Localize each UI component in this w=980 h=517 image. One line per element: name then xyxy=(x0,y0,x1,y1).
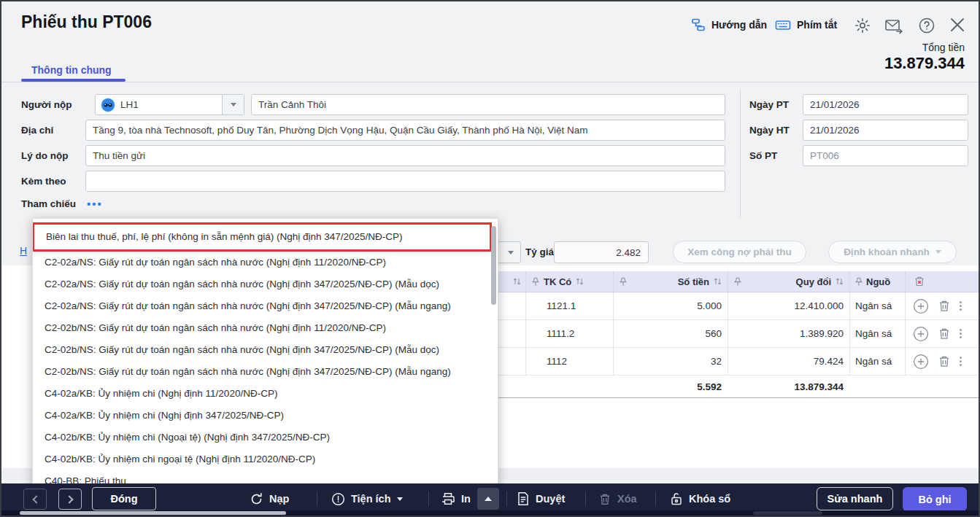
print-menu-item[interactable]: C2-02b/NS: Giấy rút dự toán ngân sách nh… xyxy=(33,317,498,339)
send-mail-button[interactable] xyxy=(884,16,903,35)
help-button[interactable] xyxy=(917,16,936,35)
delete-row-button[interactable] xyxy=(938,327,951,341)
lock-period-button[interactable]: Khóa sổ xyxy=(670,483,730,514)
exchange-rate-input[interactable] xyxy=(554,241,649,263)
receipt-date-label: Ngày PT xyxy=(749,94,789,115)
delete-column-icon[interactable] xyxy=(913,275,926,288)
cell-so-tien[interactable]: 5.000 xyxy=(613,292,728,319)
document-icon xyxy=(517,491,530,506)
trash-icon xyxy=(938,354,951,368)
pin-icon[interactable] xyxy=(855,277,863,287)
print-menu-item[interactable]: Biên lai thu thuế, phí, lệ phí (không in… xyxy=(32,222,492,252)
print-menu-item[interactable]: C4-02b/KB: Ủy nhiệm chi (Ngoại tệ) (Nghị… xyxy=(33,427,498,448)
chevron-down-icon[interactable] xyxy=(222,95,244,114)
partially-hidden-link[interactable]: H xyxy=(20,245,27,257)
sort-icon[interactable] xyxy=(714,277,722,286)
receipt-date-input[interactable] xyxy=(803,94,968,115)
pin-icon[interactable] xyxy=(532,277,539,287)
print-menu-item[interactable]: C2-02a/NS: Giấy rút dự toán ngân sách nh… xyxy=(33,252,498,273)
address-input[interactable] xyxy=(85,120,725,141)
doc-number-input[interactable] xyxy=(803,145,968,166)
cell-quy-doi[interactable]: 79.424 xyxy=(728,348,849,375)
col-header-nguon[interactable]: Nguồ xyxy=(866,276,890,287)
sort-icon[interactable] xyxy=(513,277,521,286)
horizontal-scrollbar xyxy=(1,510,979,516)
total-so-tien: 5.592 xyxy=(613,376,728,397)
next-record-button[interactable] xyxy=(58,489,82,510)
tab-general-info[interactable]: Thông tin chung xyxy=(31,64,112,76)
view-receivable-button[interactable]: Xem công nợ phải thu xyxy=(673,241,806,263)
shortcut-button[interactable]: Phím tắt xyxy=(775,18,837,32)
settings-button[interactable] xyxy=(853,16,872,35)
print-menu-toggle[interactable] xyxy=(477,488,499,510)
delete-row-button[interactable] xyxy=(938,354,951,368)
tab-divider xyxy=(1,82,979,82)
print-menu-item[interactable]: C2-02b/NS: Giấy rút dự toán ngân sách nh… xyxy=(33,361,498,383)
col-header-so-tien[interactable]: Số tiền xyxy=(678,276,709,287)
cell-quy-doi[interactable]: 1.389.920 xyxy=(728,320,849,347)
sort-icon[interactable] xyxy=(576,277,584,286)
row-more-icon[interactable] xyxy=(960,301,962,303)
pin-icon[interactable] xyxy=(620,277,627,287)
prev-record-button[interactable] xyxy=(23,489,47,510)
row-more-icon[interactable] xyxy=(960,329,962,331)
cell-tk-co[interactable]: 1121.1 xyxy=(525,292,613,319)
menu-scrollbar-thumb[interactable] xyxy=(491,226,496,305)
plus-circle-icon xyxy=(913,354,929,370)
printer-icon xyxy=(441,491,455,506)
grid-total-row: 5.592 13.879.344 xyxy=(479,376,979,398)
delete-row-button[interactable] xyxy=(938,299,951,313)
reload-button[interactable]: Nạp xyxy=(250,483,289,514)
cell-nguon[interactable]: Ngân sá xyxy=(849,320,905,347)
payer-name-input[interactable] xyxy=(251,94,725,115)
print-menu-item[interactable]: C2-02a/NS: Giấy rút dự toán ngân sách nh… xyxy=(33,273,498,295)
hscroll-thumb[interactable] xyxy=(20,511,286,515)
cell-quy-doi[interactable]: 12.410.000 xyxy=(728,292,849,319)
close-form-button[interactable]: Đóng xyxy=(92,487,156,510)
sort-icon[interactable] xyxy=(836,277,844,286)
guide-button[interactable]: Hướng dẫn xyxy=(691,18,767,32)
quick-edit-button[interactable]: Sửa nhanh xyxy=(817,487,893,510)
close-icon xyxy=(949,16,966,34)
cell-so-tien[interactable]: 32 xyxy=(613,348,728,375)
quick-entry-button[interactable]: Định khoản nhanh xyxy=(828,241,957,263)
attachment-label: Kèm theo xyxy=(21,171,66,192)
cell-nguon[interactable]: Ngân sá xyxy=(849,348,905,375)
payer-code-select[interactable]: LH1 xyxy=(95,94,244,115)
cell-tk-co[interactable]: 1111.2 xyxy=(525,320,613,347)
lock-icon xyxy=(670,491,683,506)
cell-nguon[interactable]: Ngân sá xyxy=(849,292,905,319)
cell-tk-co[interactable]: 1112 xyxy=(525,348,613,375)
reason-input[interactable] xyxy=(85,145,725,166)
utilities-button[interactable]: Tiện ích xyxy=(331,483,403,514)
print-menu-item[interactable]: C4-02a/KB: Ủy nhiệm chi (Nghị định 347/2… xyxy=(33,405,498,427)
gear-icon xyxy=(854,17,871,34)
print-menu-item[interactable]: C2-02b/NS: Giấy rút dự toán ngân sách nh… xyxy=(33,339,498,361)
print-menu-item[interactable]: C2-02a/NS: Giấy rút dự toán ngân sách nh… xyxy=(33,295,498,317)
info-circle-icon xyxy=(331,492,345,506)
reference-label: Tham chiếu xyxy=(21,193,76,214)
pin-icon[interactable] xyxy=(734,277,741,287)
table-row[interactable]: 1111.2 560 1.389.920 Ngân sá xyxy=(479,320,979,348)
print-menu-item[interactable]: C4-02b/KB: Ủy nhiệm chi ngoại tệ (Nghị đ… xyxy=(33,448,498,470)
print-button[interactable]: In xyxy=(441,483,471,514)
plus-circle-icon xyxy=(913,298,929,314)
add-row-button[interactable] xyxy=(913,354,929,370)
print-menu-list: Biên lai thu thuế, phí, lệ phí (không in… xyxy=(33,222,498,492)
close-button[interactable] xyxy=(948,15,967,34)
unpost-button[interactable]: Bỏ ghi xyxy=(903,487,967,511)
attachment-input[interactable] xyxy=(85,171,725,192)
approve-button[interactable]: Duyệt xyxy=(517,483,565,514)
table-row[interactable]: 1121.1 5.000 12.410.000 Ngân sá xyxy=(479,292,979,320)
col-header-tk-co[interactable]: TK Có xyxy=(544,276,571,287)
cell-so-tien[interactable]: 560 xyxy=(613,320,728,347)
print-menu-item[interactable]: C4-02a/KB: Ủy nhiệm chi (Nghị định 11/20… xyxy=(33,383,498,405)
reference-more-icon[interactable]: ••• xyxy=(87,198,103,210)
add-row-button[interactable] xyxy=(913,298,929,314)
col-header-quy-doi[interactable]: Quy đổi xyxy=(796,276,831,287)
posting-date-label: Ngày HT xyxy=(749,120,790,141)
table-row[interactable]: 1112 32 79.424 Ngân sá xyxy=(479,348,979,376)
row-more-icon[interactable] xyxy=(960,357,962,359)
posting-date-input[interactable] xyxy=(803,120,968,141)
add-row-button[interactable] xyxy=(913,326,929,342)
